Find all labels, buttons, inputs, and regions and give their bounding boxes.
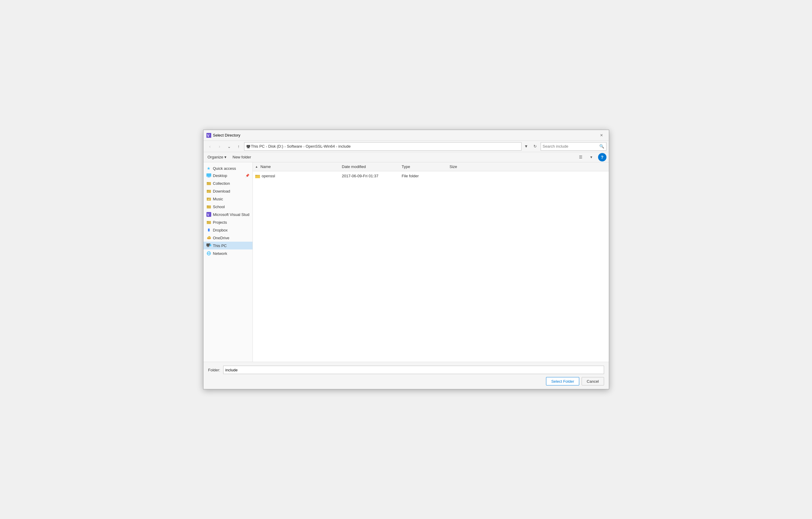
- select-folder-button[interactable]: Select Folder: [546, 377, 579, 385]
- new-folder-button[interactable]: New folder: [231, 154, 253, 160]
- file-list: openssl 2017-06-09-Fri 01:37 File folder: [253, 171, 609, 362]
- breadcrumb-disk[interactable]: Disk (D:): [268, 144, 283, 148]
- sidebar-item-label: Microsoft Visual Stud: [213, 212, 250, 217]
- col-header-size[interactable]: Size: [447, 164, 477, 169]
- select-directory-dialog: V Select Directory × ‹ › ⌄ ↑ This: [203, 130, 609, 389]
- search-button[interactable]: 🔍: [599, 144, 604, 148]
- col-header-name[interactable]: ▲ Name: [253, 164, 340, 169]
- address-bar[interactable]: This PC › Disk (D:) › Software › OpenSSL…: [244, 142, 521, 151]
- svg-rect-4: [247, 148, 250, 148]
- forward-button[interactable]: ›: [215, 142, 224, 151]
- help-button[interactable]: ?: [598, 153, 606, 161]
- svg-text:V: V: [207, 134, 209, 138]
- pin-icon: 📌: [245, 174, 250, 177]
- download-icon: ↓: [206, 189, 211, 193]
- projects-icon: [206, 220, 211, 225]
- sidebar-item-collection[interactable]: Collection: [203, 180, 253, 187]
- folder-input[interactable]: [223, 366, 604, 374]
- file-type: File folder: [402, 174, 419, 178]
- school-icon: [206, 204, 211, 209]
- col-header-date[interactable]: Date modified: [340, 164, 399, 169]
- button-row: Select Folder Cancel: [208, 377, 604, 385]
- address-dropdown-button[interactable]: ▼: [523, 142, 530, 151]
- sidebar-item-download[interactable]: ↓ Download: [203, 187, 253, 195]
- address-dropdown-icon: ▼: [524, 144, 528, 148]
- cancel-button[interactable]: Cancel: [582, 377, 604, 385]
- sub-toolbar: Organize ▾ New folder ☰ ▾ ?: [203, 152, 609, 162]
- col-sort-arrow: ▲: [255, 165, 258, 168]
- pc-small-icon: [246, 144, 251, 148]
- close-button[interactable]: ×: [598, 132, 606, 139]
- svg-rect-6: [208, 177, 210, 177]
- sep1: ›: [266, 145, 267, 148]
- main-area: ★ Quick access Desktop 📌: [203, 162, 609, 362]
- sidebar-item-label: Quick access: [213, 166, 236, 171]
- sidebar-item-thispc[interactable]: This PC: [203, 242, 253, 249]
- sidebar-item-dropbox[interactable]: Dropbox: [203, 226, 253, 234]
- star-icon: ★: [206, 166, 211, 171]
- title-bar: V Select Directory ×: [203, 130, 609, 141]
- music-icon: [206, 196, 211, 201]
- breadcrumb-software[interactable]: Software: [287, 144, 302, 148]
- file-name-cell: openssl: [253, 174, 340, 179]
- col-type-label: Type: [402, 164, 410, 169]
- vs-icon: V: [206, 212, 211, 217]
- col-name-label: Name: [260, 164, 271, 169]
- file-date: 2017-06-09-Fri 01:37: [342, 174, 378, 178]
- sidebar-item-projects[interactable]: Projects: [203, 218, 253, 226]
- refresh-button[interactable]: ↻: [531, 142, 540, 151]
- svg-rect-2: [246, 145, 250, 147]
- view-button[interactable]: ☰: [577, 153, 585, 161]
- collection-icon: [206, 181, 211, 186]
- svg-text:↓: ↓: [208, 190, 209, 193]
- sidebar-item-vs[interactable]: V Microsoft Visual Stud: [203, 211, 253, 218]
- sidebar-item-quick-access: ★ Quick access: [203, 164, 253, 172]
- dropbox-icon: [206, 227, 211, 233]
- back-icon: ‹: [209, 144, 211, 149]
- dropdown-icon: ⌄: [227, 144, 231, 149]
- col-date-label: Date modified: [342, 164, 366, 169]
- file-date-cell: 2017-06-09-Fri 01:37: [340, 174, 399, 178]
- footer: Folder: Select Folder Cancel: [203, 362, 609, 389]
- sidebar-item-label: Download: [213, 189, 230, 193]
- svg-rect-23: [207, 246, 209, 247]
- table-row[interactable]: openssl 2017-06-09-Fri 01:37 File folder: [253, 171, 609, 181]
- up-button[interactable]: ↑: [235, 142, 243, 151]
- svg-rect-9: [207, 182, 208, 183]
- help-icon: ?: [601, 155, 604, 160]
- dialog-title: Select Directory: [213, 133, 598, 137]
- folder-label: Folder:: [208, 368, 220, 372]
- view-icon: ☰: [579, 155, 582, 159]
- address-toolbar: ‹ › ⌄ ↑ This PC › Disk (D:) ›: [203, 141, 609, 152]
- desktop-icon: [206, 173, 211, 178]
- organize-arrow-icon: ▾: [224, 155, 227, 159]
- sidebar-item-desktop[interactable]: Desktop 📌: [203, 172, 253, 180]
- network-icon: [206, 251, 211, 256]
- breadcrumb-include[interactable]: include: [338, 144, 351, 148]
- col-header-type[interactable]: Type: [399, 164, 447, 169]
- folder-icon: [255, 174, 260, 179]
- sep2: ›: [285, 145, 286, 148]
- svg-rect-25: [209, 244, 211, 246]
- svg-rect-31: [255, 175, 260, 178]
- refresh-icon: ↻: [533, 144, 537, 148]
- forward-icon: ›: [219, 144, 220, 149]
- sidebar-item-school[interactable]: School: [203, 203, 253, 211]
- organize-button[interactable]: Organize ▾: [206, 154, 229, 160]
- svg-rect-21: [207, 221, 208, 222]
- sidebar-item-label: Collection: [213, 181, 230, 186]
- sidebar-item-label: OneDrive: [213, 236, 230, 240]
- breadcrumb-thispc[interactable]: This PC: [246, 144, 265, 148]
- view-dropdown-button[interactable]: ▾: [587, 153, 596, 161]
- sidebar-item-onedrive[interactable]: OneDrive: [203, 234, 253, 242]
- dropdown-button[interactable]: ⌄: [225, 142, 233, 151]
- sidebar-item-network[interactable]: Network: [203, 249, 253, 257]
- sidebar-item-music[interactable]: Music: [203, 195, 253, 203]
- new-folder-label: New folder: [232, 155, 251, 159]
- search-input[interactable]: [543, 144, 599, 148]
- breadcrumb-openssl[interactable]: OpenSSL-Win64: [306, 144, 335, 148]
- up-icon: ↑: [237, 144, 240, 149]
- back-button[interactable]: ‹: [206, 142, 214, 151]
- svg-point-15: [208, 199, 209, 200]
- col-size-label: Size: [450, 164, 457, 169]
